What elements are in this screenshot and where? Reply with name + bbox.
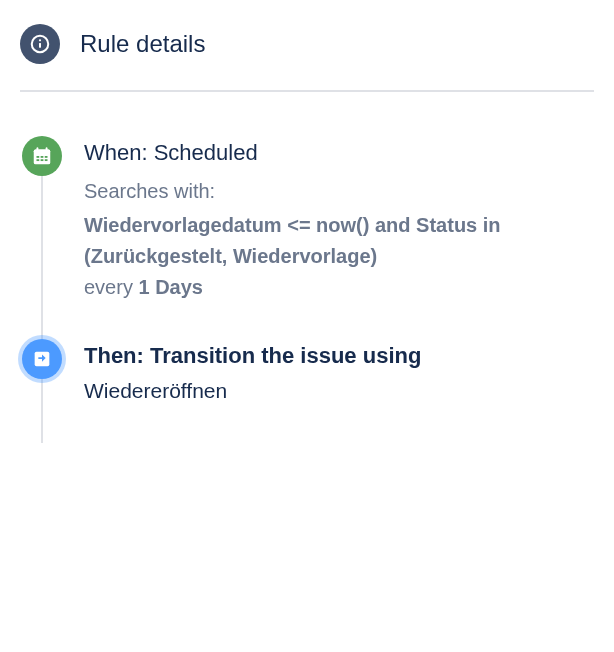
searches-with-label: Searches with:: [84, 176, 594, 206]
action-step[interactable]: Then: Transition the issue using Wiedere…: [22, 339, 594, 443]
svg-point-2: [39, 39, 41, 41]
divider: [20, 90, 594, 92]
rule-details-title: Rule details: [80, 30, 205, 58]
action-transition-name: Wiedereröffnen: [84, 379, 594, 403]
trigger-frequency: every 1 Days: [84, 276, 594, 299]
svg-rect-6: [46, 147, 48, 151]
rule-timeline: When: Scheduled Searches with: Wiedervor…: [20, 136, 594, 443]
rule-details-header[interactable]: Rule details: [20, 20, 594, 90]
svg-rect-10: [37, 159, 40, 161]
transition-icon: [22, 339, 62, 379]
svg-rect-8: [41, 156, 44, 158]
trigger-content: When: Scheduled Searches with: Wiedervor…: [84, 136, 594, 339]
connector-line: [41, 379, 43, 443]
trigger-title: When: Scheduled: [84, 140, 594, 166]
trigger-step[interactable]: When: Scheduled Searches with: Wiedervor…: [22, 136, 594, 339]
connector-line: [41, 176, 43, 339]
action-icon-column: [22, 339, 62, 443]
svg-rect-11: [41, 159, 44, 161]
svg-rect-12: [45, 159, 48, 161]
trigger-icon-column: [22, 136, 62, 339]
svg-rect-7: [37, 156, 40, 158]
svg-rect-9: [45, 156, 48, 158]
action-content: Then: Transition the issue using Wiedere…: [84, 339, 594, 443]
action-title: Then: Transition the issue using: [84, 343, 594, 369]
freq-prefix: every: [84, 276, 138, 298]
freq-value: 1 Days: [138, 276, 203, 298]
info-icon: [20, 24, 60, 64]
svg-rect-4: [34, 150, 51, 154]
calendar-icon: [22, 136, 62, 176]
trigger-query: Wiedervorlagedatum <= now() and Status i…: [84, 210, 594, 272]
svg-rect-5: [37, 147, 39, 151]
